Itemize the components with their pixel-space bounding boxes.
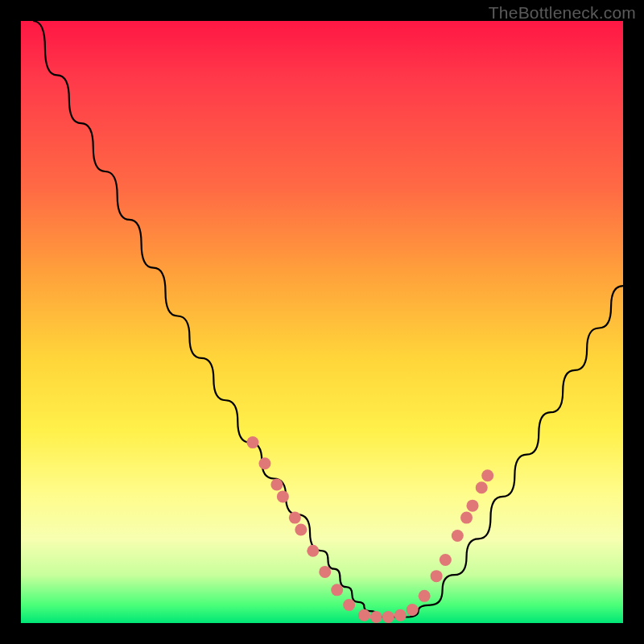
bottleneck-curve <box>33 21 623 617</box>
scatter-dot <box>358 609 370 621</box>
scatter-dot <box>319 566 331 578</box>
scatter-dot <box>419 590 431 602</box>
scatter-dot <box>295 524 307 536</box>
scatter-dot <box>440 554 452 566</box>
scatter-dot <box>460 512 473 524</box>
scatter-dot <box>394 609 407 621</box>
scatter-dot <box>407 604 419 616</box>
scatter-dot <box>481 469 493 481</box>
scatter-dot <box>307 545 319 557</box>
scatter-dot <box>258 457 270 469</box>
scatter-dot <box>270 478 283 490</box>
scatter-dot <box>331 584 343 596</box>
scatter-dot <box>382 611 394 623</box>
scatter-dot <box>476 481 488 493</box>
curve-layer <box>21 21 623 623</box>
chart-stage: TheBottleneck.com <box>0 0 644 644</box>
scatter-dot <box>343 599 355 611</box>
scatter-dot <box>467 500 479 512</box>
scatter-dot <box>289 512 301 524</box>
scatter-dot <box>370 611 382 623</box>
scatter-dot <box>431 570 443 582</box>
scatter-dot <box>452 530 464 542</box>
scatter-dot <box>277 490 289 502</box>
scatter-dots <box>246 436 493 623</box>
scatter-dot <box>246 436 258 448</box>
watermark-text: TheBottleneck.com <box>489 3 636 23</box>
plot-area <box>21 21 623 623</box>
